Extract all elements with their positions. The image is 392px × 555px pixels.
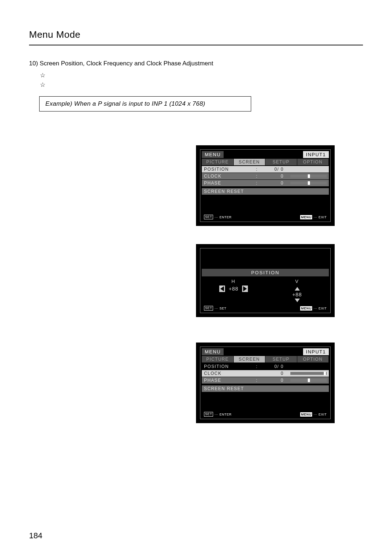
bullet-star: ☆: [40, 80, 363, 90]
input-chip: INPUT1: [303, 348, 329, 355]
tab-setup[interactable]: SETUP: [265, 159, 297, 165]
slider[interactable]: [290, 379, 327, 382]
item-value: 0: [263, 181, 284, 186]
footer-menu-exit: MENU ··· EXIT: [300, 215, 327, 219]
slider[interactable]: [290, 372, 327, 375]
menu-item-phase[interactable]: PHASE : 0: [202, 180, 329, 186]
example-box: Example) When a P signal is input to INP…: [39, 96, 251, 112]
page-title: Menu Mode: [29, 29, 363, 40]
item-label: POSITION: [204, 167, 253, 172]
tab-screen[interactable]: SCREEN: [234, 356, 265, 362]
tab-picture[interactable]: PICTURE: [202, 356, 233, 362]
key-menu: MENU: [300, 215, 312, 219]
page-number: 184: [29, 531, 42, 540]
item-value: 0: [263, 378, 284, 383]
footer-set-enter: SET ··· ENTER: [204, 412, 232, 417]
item-value: 0: [263, 371, 284, 376]
item-label: SCREEN RESET: [204, 189, 244, 194]
item-label: PHASE: [204, 181, 253, 186]
item-value: 0/ 0: [263, 364, 284, 369]
arrow-up-icon[interactable]: [295, 287, 300, 291]
item-value: 0: [263, 174, 284, 179]
tab-row: PICTURE SCREEN SETUP OPTION: [202, 356, 329, 362]
tab-screen[interactable]: SCREEN: [234, 159, 265, 165]
bullet-star: ☆: [40, 71, 363, 80]
slider[interactable]: [290, 182, 327, 185]
tab-picture[interactable]: PICTURE: [202, 159, 233, 165]
tab-option[interactable]: OPTION: [297, 356, 329, 362]
menu-item-position[interactable]: POSITION : 0/ 0: [202, 363, 329, 370]
menu-chip: MENU: [202, 151, 224, 158]
arrow-down-icon[interactable]: [295, 299, 300, 302]
pos-h-value: +88: [229, 286, 238, 292]
footer-set-set: SET ··· SET: [204, 306, 226, 311]
osd-menu-panel: MENU INPUT1 PICTURE SCREEN SETUP OPTION …: [196, 343, 335, 423]
menu-item-position[interactable]: POSITION : 0/ 0: [202, 166, 329, 173]
item-value: 0/ 0: [263, 167, 284, 172]
menu-chip: MENU: [202, 348, 224, 355]
title-rule: [29, 45, 363, 45]
section-heading: 10) Screen Position, Clock Frequency and…: [29, 60, 363, 67]
tab-row: PICTURE SCREEN SETUP OPTION: [202, 159, 329, 165]
hidden-text: ' ': [29, 120, 363, 130]
item-label: POSITION: [204, 364, 253, 369]
tab-setup[interactable]: SETUP: [265, 356, 297, 362]
footer-menu-exit: MENU ··· EXIT: [300, 306, 327, 311]
item-label: SCREEN RESET: [204, 386, 244, 391]
item-label: CLOCK: [204, 371, 253, 376]
footer-set-enter: SET ··· ENTER: [204, 215, 232, 219]
menu-item-screen-reset[interactable]: SCREEN RESET: [202, 385, 329, 392]
tab-option[interactable]: OPTION: [297, 159, 329, 165]
item-label: PHASE: [204, 378, 253, 383]
pos-v-value: +88: [292, 292, 302, 297]
menu-item-clock[interactable]: CLOCK : 0: [202, 173, 329, 179]
menu-item-clock[interactable]: CLOCK : 0: [202, 370, 329, 377]
key-set: SET: [204, 306, 213, 311]
footer-menu-exit: MENU ··· EXIT: [300, 412, 327, 417]
key-menu: MENU: [300, 412, 312, 417]
slider[interactable]: [290, 175, 327, 178]
menu-item-phase[interactable]: PHASE : 0: [202, 377, 329, 384]
pos-v-label: V: [265, 279, 329, 285]
key-set: SET: [204, 412, 213, 417]
arrow-right-button[interactable]: [242, 285, 248, 292]
arrow-left-button[interactable]: [219, 285, 225, 292]
position-title: POSITION: [202, 269, 329, 276]
osd-menu-panel: MENU INPUT1 PICTURE SCREEN SETUP OPTION …: [196, 145, 335, 226]
osd-position-panel: POSITION H +88 V: [196, 244, 335, 317]
key-set: SET: [204, 215, 213, 219]
input-chip: INPUT1: [303, 151, 329, 158]
pos-h-label: H: [202, 279, 265, 285]
key-menu: MENU: [300, 306, 312, 311]
menu-item-screen-reset[interactable]: SCREEN RESET: [202, 188, 329, 195]
item-label: CLOCK: [204, 174, 253, 179]
